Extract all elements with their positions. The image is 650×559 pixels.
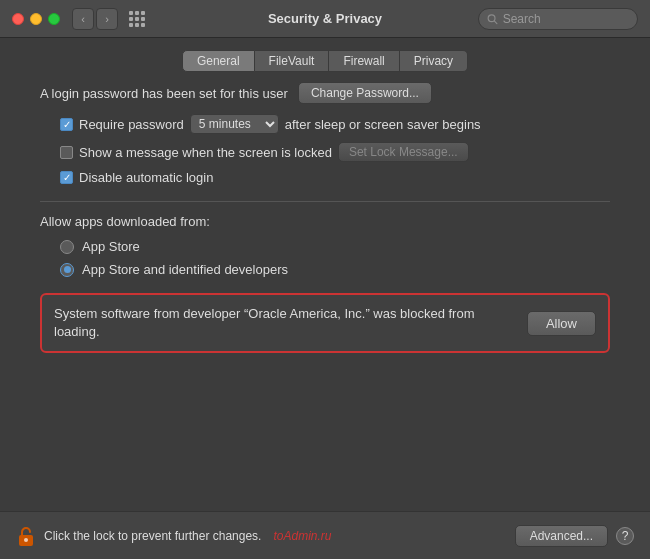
disable-login-label: Disable automatic login (79, 170, 213, 185)
forward-button[interactable]: › (96, 8, 118, 30)
minimize-button[interactable] (30, 13, 42, 25)
tab-general[interactable]: General (182, 50, 255, 72)
tabs-bar: General FileVault Firewall Privacy (0, 38, 650, 82)
radio-dot (64, 266, 71, 273)
grid-icon (129, 11, 145, 27)
password-label: A login password has been set for this u… (40, 86, 288, 101)
watermark: toAdmin.ru (273, 529, 331, 543)
radio-appstore-identified-row: App Store and identified developers (60, 262, 610, 277)
require-password-suffix: after sleep or screen saver begins (285, 117, 481, 132)
back-button[interactable]: ‹ (72, 8, 94, 30)
radio-appstore-identified[interactable] (60, 263, 74, 277)
disable-login-checkbox[interactable]: ✓ (60, 171, 73, 184)
grid-view-button[interactable] (126, 8, 148, 30)
show-message-label: Show a message when the screen is locked (79, 145, 332, 160)
alert-box: System software from developer “Oracle A… (40, 293, 610, 353)
radio-options: App Store App Store and identified devel… (60, 239, 610, 277)
allow-apps-heading: Allow apps downloaded from: (40, 214, 610, 229)
set-lock-message-button[interactable]: Set Lock Message... (338, 142, 469, 162)
maximize-button[interactable] (48, 13, 60, 25)
nav-buttons: ‹ › (72, 8, 118, 30)
allow-button[interactable]: Allow (527, 311, 596, 336)
password-section: A login password has been set for this u… (40, 82, 610, 104)
help-button[interactable]: ? (616, 527, 634, 545)
svg-line-1 (494, 20, 497, 23)
show-message-checkbox[interactable] (60, 146, 73, 159)
traffic-lights (12, 13, 60, 25)
disable-login-row: ✓ Disable automatic login (60, 170, 610, 185)
search-box[interactable] (478, 8, 638, 30)
change-password-button[interactable]: Change Password... (298, 82, 432, 104)
options-list: ✓ Require password 5 minutes 1 minute 15… (60, 114, 610, 185)
svg-point-3 (24, 538, 28, 542)
search-input[interactable] (503, 12, 629, 26)
require-password-label: Require password (79, 117, 184, 132)
radio-appstore-identified-label: App Store and identified developers (82, 262, 288, 277)
show-message-row: Show a message when the screen is locked… (60, 142, 610, 162)
window-title: Security & Privacy (268, 11, 382, 26)
alert-text: System software from developer “Oracle A… (54, 305, 515, 341)
require-password-row: ✓ Require password 5 minutes 1 minute 15… (60, 114, 610, 134)
lock-area[interactable]: Click the lock to prevent further change… (16, 524, 331, 548)
radio-appstore[interactable] (60, 240, 74, 254)
tab-filevault[interactable]: FileVault (255, 50, 330, 72)
password-time-select[interactable]: 5 minutes 1 minute 15 minutes 1 hour (190, 114, 279, 134)
search-icon (487, 13, 498, 25)
main-content: A login password has been set for this u… (0, 82, 650, 371)
radio-appstore-row: App Store (60, 239, 610, 254)
tab-privacy[interactable]: Privacy (400, 50, 468, 72)
require-password-checkbox[interactable]: ✓ (60, 118, 73, 131)
lock-text: Click the lock to prevent further change… (44, 529, 261, 543)
titlebar: ‹ › Security & Privacy (0, 0, 650, 38)
radio-appstore-label: App Store (82, 239, 140, 254)
bottom-right: Advanced... ? (515, 525, 634, 547)
section-divider (40, 201, 610, 202)
advanced-button[interactable]: Advanced... (515, 525, 608, 547)
close-button[interactable] (12, 13, 24, 25)
lock-icon (16, 524, 36, 548)
tab-firewall[interactable]: Firewall (329, 50, 399, 72)
bottom-bar: Click the lock to prevent further change… (0, 511, 650, 559)
